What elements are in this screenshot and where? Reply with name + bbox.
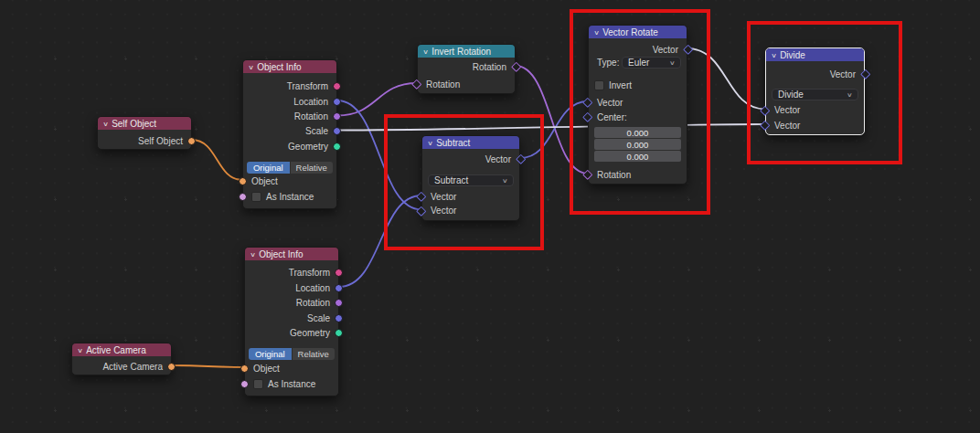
object-input-socket[interactable] <box>239 177 247 185</box>
scale-output-socket[interactable] <box>335 314 343 322</box>
node-title: Invert Rotation <box>431 47 491 57</box>
output-label: Geometry <box>290 328 330 338</box>
node-header[interactable]: ∨ Object Info <box>243 60 336 73</box>
center-x-value: 0.000 <box>627 128 649 138</box>
node-title: Active Camera <box>86 345 146 355</box>
center-y-value: 0.000 <box>627 140 649 150</box>
input-label: Vector <box>774 105 800 115</box>
node-object-info-1[interactable]: ∨ Object Info Transform Location Rotatio… <box>242 59 337 209</box>
wire-self-object-to-object-info-1[interactable] <box>192 140 242 180</box>
geometry-output-socket[interactable] <box>335 329 343 337</box>
type-dropdown[interactable]: Euler ∨ <box>622 57 681 69</box>
original-button[interactable]: Original <box>249 348 292 360</box>
center-z-value: 0.000 <box>627 152 649 162</box>
input-label: Rotation <box>426 79 460 90</box>
transform-output-socket[interactable] <box>333 82 341 90</box>
node-title: Self Object <box>112 119 156 129</box>
geometry-output-socket[interactable] <box>333 143 341 151</box>
wire-location2-to-subtract[interactable] <box>339 195 421 287</box>
input-label: As Instance <box>268 379 315 389</box>
node-title: Divide <box>780 50 805 60</box>
center-z-field[interactable]: 0.000 <box>594 151 681 162</box>
node-object-info-2[interactable]: ∨ Object Info Transform Location Rotatio… <box>244 247 339 396</box>
node-header[interactable]: ∨ Invert Rotation <box>418 45 515 58</box>
output-label: Vector <box>485 154 511 164</box>
node-subtract[interactable]: ∨ Subtract Vector Subtract ∨ Vector Vect… <box>421 135 520 221</box>
node-title: Object Info <box>257 62 301 72</box>
node-header[interactable]: ∨ Divide <box>766 48 864 61</box>
node-header[interactable]: ∨ Object Info <box>245 248 338 260</box>
location-output-socket[interactable] <box>335 284 343 292</box>
output-label: Location <box>293 97 328 107</box>
output-label: Active Camera <box>102 362 163 372</box>
collapse-chevron-icon[interactable]: ∨ <box>248 64 254 70</box>
node-editor-canvas[interactable]: ∨ Self Object Self Object ∨ Object Info … <box>0 0 980 433</box>
input-label: As Instance <box>266 192 314 202</box>
collapse-chevron-icon[interactable]: ∨ <box>250 251 256 258</box>
wire-scale-to-divide[interactable] <box>337 124 765 131</box>
collapse-chevron-icon[interactable]: ∨ <box>422 48 429 55</box>
output-label: Rotation <box>473 62 506 72</box>
rotation-output-socket[interactable] <box>335 299 343 307</box>
node-divide[interactable]: ∨ Divide Vector Divide ∨ Vector Vector <box>765 48 865 135</box>
as-instance-checkbox[interactable] <box>251 192 261 202</box>
input-label: Vector <box>431 206 456 216</box>
as-instance-input-socket[interactable] <box>240 380 249 388</box>
wire-active-camera-to-object-info-2[interactable] <box>172 365 244 367</box>
output-label: Rotation <box>294 111 328 121</box>
collapse-chevron-icon[interactable]: ∨ <box>102 121 109 127</box>
input-label: Object <box>251 176 278 186</box>
dropdown-chevron-icon: ∨ <box>847 91 853 99</box>
camera-output-socket[interactable] <box>167 363 176 371</box>
collapse-chevron-icon[interactable]: ∨ <box>593 29 600 36</box>
node-invert-rotation[interactable]: ∨ Invert Rotation Rotation Rotation <box>417 44 516 94</box>
input-label: Rotation <box>597 170 631 180</box>
collapse-chevron-icon[interactable]: ∨ <box>427 140 433 146</box>
wire-location1-to-subtract[interactable] <box>337 100 421 210</box>
input-label: Vector <box>431 192 456 202</box>
operation-dropdown[interactable]: Divide ∨ <box>772 89 858 100</box>
collapse-chevron-icon[interactable]: ∨ <box>77 347 83 354</box>
collapse-chevron-icon[interactable]: ∨ <box>771 52 777 58</box>
object-input-socket[interactable] <box>240 364 249 373</box>
node-title: Vector Rotate <box>602 27 658 37</box>
node-header[interactable]: ∨ Subtract <box>422 136 519 149</box>
node-header[interactable]: ∨ Self Object <box>98 117 191 130</box>
node-vector-rotate[interactable]: ∨ Vector Rotate Vector Type: Euler ∨ Inv… <box>588 25 687 185</box>
wire-rotation-to-invert-rotation[interactable] <box>337 83 417 116</box>
invert-checkbox[interactable] <box>594 80 604 90</box>
output-label: Geometry <box>288 142 328 152</box>
output-label: Location <box>295 283 330 293</box>
operation-value: Subtract <box>434 175 468 185</box>
wire-vector-rotate-to-divide[interactable] <box>687 48 765 110</box>
operation-dropdown[interactable]: Subtract ∨ <box>428 174 514 186</box>
wire-subtract-to-vector-rotate[interactable] <box>520 101 588 158</box>
input-label: Object <box>253 364 280 374</box>
center-x-field[interactable]: 0.000 <box>594 127 681 138</box>
node-header[interactable]: ∨ Active Camera <box>72 343 171 356</box>
location-output-socket[interactable] <box>333 98 341 106</box>
center-label: Center: <box>597 112 627 122</box>
node-title: Subtract <box>436 138 470 148</box>
rotation-output-socket[interactable] <box>333 112 341 121</box>
output-label: Scale <box>307 313 330 323</box>
output-label: Transform <box>287 81 328 91</box>
node-self-object[interactable]: ∨ Self Object Self Object <box>97 116 192 150</box>
output-label: Transform <box>289 268 330 278</box>
node-active-camera[interactable]: ∨ Active Camera Active Camera <box>71 343 172 375</box>
dropdown-chevron-icon: ∨ <box>502 177 508 185</box>
scale-output-socket[interactable] <box>333 127 341 135</box>
node-header[interactable]: ∨ Vector Rotate <box>589 26 687 38</box>
dropdown-chevron-icon: ∨ <box>669 59 676 67</box>
output-label: Self Object <box>138 136 183 146</box>
output-label: Rotation <box>296 298 330 308</box>
relative-button[interactable]: Relative <box>293 348 336 360</box>
as-instance-input-socket[interactable] <box>239 193 247 201</box>
as-instance-checkbox[interactable] <box>253 379 263 389</box>
output-label: Vector <box>653 45 678 55</box>
object-output-socket[interactable] <box>187 137 196 145</box>
relative-button[interactable]: Relative <box>291 162 334 174</box>
transform-output-socket[interactable] <box>335 269 343 277</box>
original-button[interactable]: Original <box>247 162 290 174</box>
center-y-field[interactable]: 0.000 <box>594 139 681 150</box>
